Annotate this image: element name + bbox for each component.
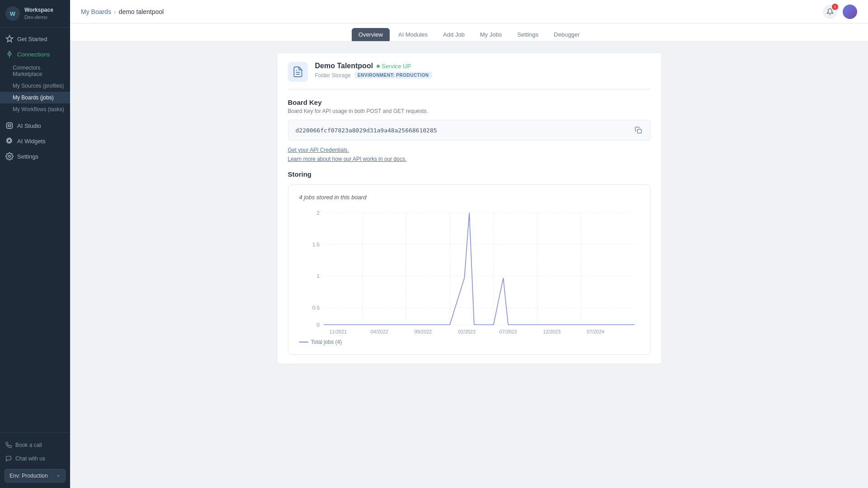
tab-ai-modules[interactable]: AI Modules [392,28,434,41]
topbar: My Boards › demo talentpool 1 [70,0,868,23]
sidebar-item-my-boards[interactable]: My Boards (jobs) [0,92,70,103]
settings-label: Settings [17,153,38,160]
chart-label-suffix: board [351,194,366,201]
tab-add-job[interactable]: Add Job [436,28,472,41]
service-status-label: Service UP [382,63,411,70]
plug-icon [5,50,14,58]
status-dot [377,65,380,68]
star-icon [5,35,14,43]
chat-label: Chat with us [15,455,45,462]
svg-point-3 [9,155,11,158]
svg-text:07/2023: 07/2023 [499,329,517,334]
svg-rect-2 [9,125,11,127]
connections-label: Connections [17,51,50,58]
svg-text:12/2023: 12/2023 [543,329,561,334]
chart-description: 4 jobs stored in this board [299,194,639,201]
breadcrumb-current: demo talentpool [119,8,164,15]
svg-marker-0 [6,36,13,42]
svg-text:09/2022: 09/2022 [414,329,432,334]
tab-settings[interactable]: Settings [510,28,545,41]
tab-overview[interactable]: Overview [352,28,390,41]
chart-label-italic: this [340,194,351,201]
main-area: My Boards › demo talentpool 1 Overview A… [70,0,868,488]
workspace-subname: Dev-demo [24,14,53,20]
service-header: Demo Talentpool Service UP Folder Storag… [288,62,651,89]
book-call-item[interactable]: Book a call [0,438,70,452]
chart-svg: 2 1.5 1 0.5 0 [299,208,639,334]
workspace-name: Workspace [24,7,53,14]
phone-icon [5,442,12,448]
env-button[interactable]: Env: Production [5,469,66,483]
notification-button[interactable]: 1 [823,5,837,19]
docs-link[interactable]: Learn more about how our API works in ou… [288,156,651,162]
breadcrumb-separator: › [114,8,116,15]
svg-text:04/2022: 04/2022 [370,329,388,334]
cpu-icon [5,122,14,130]
book-call-label: Book a call [15,442,42,448]
storing-title: Storing [288,170,651,178]
chart-container: 2 1.5 1 0.5 0 [299,208,639,334]
api-key-value: d220066fcf07823a8029d31a9a48a25668610285 [296,127,437,134]
sidebar-logo[interactable]: W Workspace Dev-demo [0,0,70,28]
service-card: Demo Talentpool Service UP Folder Storag… [277,52,662,364]
notification-badge: 1 [832,4,838,10]
sidebar-item-connectors-marketplace[interactable]: Connectors Marketplace [0,62,70,80]
copy-icon [635,127,642,134]
breadcrumb: My Boards › demo talentpool [81,8,164,15]
tabs-bar: Overview AI Modules Add Job My Jobs Sett… [70,23,868,42]
tab-my-jobs[interactable]: My Jobs [473,28,509,41]
svg-text:1.5: 1.5 [312,241,320,248]
svg-rect-6 [637,129,642,133]
service-icon [288,62,308,82]
legend-line [299,342,308,343]
chat-item[interactable]: Chat with us [0,452,70,465]
ai-studio-label: AI Studio [17,122,41,129]
sidebar-item-settings[interactable]: Settings [0,149,70,164]
svg-rect-1 [7,123,12,128]
avatar[interactable] [843,5,857,19]
chart-card: 4 jobs stored in this board [288,184,651,355]
chart-legend: Total jobs (4) [299,339,639,345]
env-badge: ENVIRONMENT: Production [354,72,432,79]
sidebar-item-ai-studio[interactable]: AI Studio [0,118,70,133]
svg-text:0: 0 [316,322,320,328]
api-credentials-link[interactable]: Get your API Credentials. [288,147,651,153]
service-info: Demo Talentpool Service UP Folder Storag… [315,62,651,79]
chart-label-prefix: 4 jobs stored in [299,194,339,201]
sidebar-item-my-workflows[interactable]: My Workflows (tasks) [0,103,70,115]
svg-text:07/2024: 07/2024 [586,329,604,334]
api-key-box: d220066fcf07823a8029d31a9a48a25668610285 [288,120,651,141]
topbar-right: 1 [823,5,857,19]
chat-icon [5,455,12,462]
svg-text:02/2023: 02/2023 [458,329,476,334]
board-key-title: Board Key [288,99,651,106]
sidebar-nav: Get Started Connections Connectors Marke… [0,28,70,432]
copy-button[interactable] [634,126,643,135]
svg-text:1: 1 [316,273,320,279]
env-label: Env: Production [9,473,48,479]
logo-icon: W [5,6,20,21]
sidebar-item-ai-widgets[interactable]: AI Widgets [0,133,70,149]
svg-text:0.5: 0.5 [312,305,320,311]
breadcrumb-parent[interactable]: My Boards [81,8,111,15]
page-content: Demo Talentpool Service UP Folder Storag… [266,42,673,384]
sidebar-item-get-started[interactable]: Get Started [0,31,70,47]
sidebar-bottom: Book a call Chat with us Env: Production [0,432,70,488]
tab-debugger[interactable]: Debugger [547,28,586,41]
svg-text:11/2021: 11/2021 [329,329,347,334]
gear-icon [5,152,14,160]
sidebar-item-connections[interactable]: Connections [0,47,70,62]
sidebar: W Workspace Dev-demo Get Started Connect… [0,0,70,488]
legend-label: Total jobs (4) [311,339,342,345]
service-type: Folder Storage [315,72,351,79]
ai-widgets-label: AI Widgets [17,138,46,145]
chevron-down-icon [56,474,61,478]
get-started-label: Get Started [17,36,47,42]
content-area: Demo Talentpool Service UP Folder Storag… [70,42,868,488]
board-key-desc: Board Key for API usage in both POST and… [288,108,651,114]
service-name: Demo Talentpool [315,62,373,70]
service-status: Service UP [377,63,411,70]
puzzle-icon [5,137,14,145]
svg-text:2: 2 [316,210,320,216]
sidebar-item-my-sources[interactable]: My Sources (profiles) [0,80,70,92]
